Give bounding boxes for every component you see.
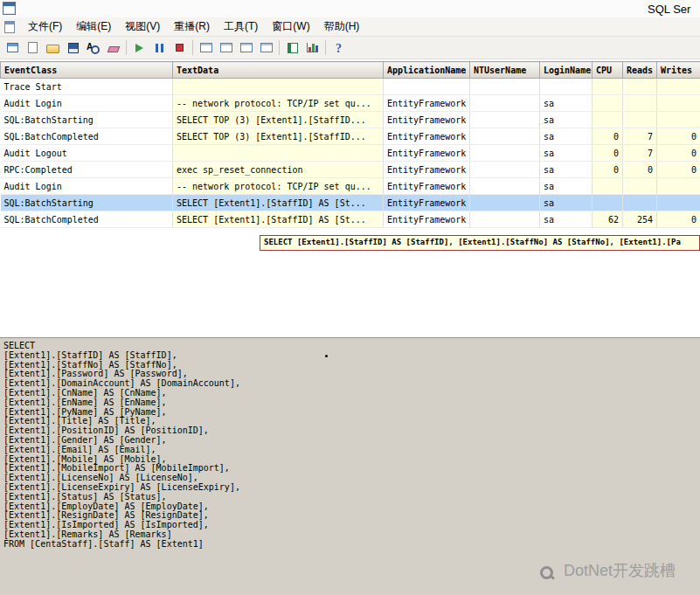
cell-loginname[interactable]: sa <box>540 95 593 112</box>
cell-writes[interactable] <box>657 95 700 112</box>
cell-writes[interactable] <box>657 195 700 211</box>
cell-cpu[interactable] <box>593 195 623 211</box>
cell-eventclass[interactable]: SQL:BatchCompleted <box>1 211 173 228</box>
cell-loginname[interactable]: sa <box>540 112 593 128</box>
cell-writes[interactable] <box>657 79 700 95</box>
cell-ntusername[interactable] <box>470 128 540 145</box>
cell-textdata[interactable]: SELECT [Extent1].[StaffID] AS [St... <box>173 211 384 228</box>
cell-eventclass[interactable]: RPC:Completed <box>1 162 173 178</box>
menu-file[interactable]: 文件(F) <box>21 17 69 37</box>
cell-ntusername[interactable] <box>470 195 540 211</box>
cell-eventclass[interactable]: SQL:BatchStarting <box>1 112 173 128</box>
cell-eventclass[interactable]: Trace Start <box>1 79 173 95</box>
clear-trace-window-button[interactable] <box>103 38 123 58</box>
cell-applicationname[interactable]: EntityFramework <box>384 95 470 112</box>
aggregated-event-view-button[interactable] <box>216 38 236 58</box>
cell-textdata[interactable] <box>173 79 384 95</box>
cell-eventclass[interactable]: Audit Login <box>1 178 173 195</box>
menu-edit[interactable]: 编辑(E) <box>69 17 118 37</box>
cell-textdata[interactable]: SELECT [Extent1].[StaffID] AS [St... <box>173 195 384 211</box>
cell-cpu[interactable] <box>593 112 623 128</box>
trace-row[interactable]: RPC:Completedexec sp_reset_connectionEnt… <box>1 162 700 178</box>
cell-cpu[interactable] <box>593 79 623 95</box>
cell-cpu[interactable] <box>593 178 623 195</box>
cell-writes[interactable]: 0 <box>657 128 700 145</box>
cell-loginname[interactable]: sa <box>540 178 593 195</box>
cell-reads[interactable] <box>623 195 657 211</box>
cell-applicationname[interactable]: EntityFramework <box>384 162 470 178</box>
menu-tools[interactable]: 工具(T) <box>217 17 265 37</box>
column-header-applicationname[interactable]: ApplicationName <box>384 62 470 79</box>
trace-row[interactable]: SQL:BatchCompletedSELECT [Extent1].[Staf… <box>1 211 700 228</box>
menu-window[interactable]: 窗口(W) <box>265 17 316 37</box>
cell-applicationname[interactable]: EntityFramework <box>384 112 470 128</box>
menu-view[interactable]: 视图(V) <box>118 17 167 37</box>
trace-row[interactable]: Trace Start <box>1 79 700 95</box>
cell-loginname[interactable]: sa <box>540 195 593 211</box>
cell-eventclass[interactable]: SQL:BatchCompleted <box>1 128 173 145</box>
trace-row[interactable]: SQL:BatchCompletedSELECT TOP (3) [Extent… <box>1 128 700 145</box>
cell-cpu[interactable]: 0 <box>593 145 623 162</box>
cell-ntusername[interactable] <box>470 145 540 162</box>
help-button[interactable] <box>329 38 349 58</box>
cell-textdata[interactable] <box>173 145 384 162</box>
cell-reads[interactable]: 7 <box>623 128 657 145</box>
cell-applicationname[interactable]: EntityFramework <box>384 145 470 162</box>
detail-pane[interactable]: SELECT[Extent1].[StaffID] AS [StaffID],[… <box>0 337 700 595</box>
cell-writes[interactable] <box>657 112 700 128</box>
cell-reads[interactable] <box>623 79 657 95</box>
cell-applicationname[interactable] <box>384 79 470 95</box>
cell-ntusername[interactable] <box>470 178 540 195</box>
cell-loginname[interactable] <box>540 79 593 95</box>
toggle-results-pane-button[interactable] <box>236 38 256 58</box>
cell-loginname[interactable]: sa <box>540 145 593 162</box>
column-header-loginname[interactable]: LoginName <box>540 62 593 79</box>
cell-ntusername[interactable] <box>470 162 540 178</box>
cell-textdata[interactable]: SELECT TOP (3) [Extent1].[StaffID... <box>173 112 384 128</box>
cell-reads[interactable] <box>623 178 657 195</box>
cell-loginname[interactable]: sa <box>540 162 593 178</box>
cell-ntusername[interactable] <box>470 95 540 112</box>
column-header-textdata[interactable]: TextData <box>173 62 384 79</box>
cell-applicationname[interactable]: EntityFramework <box>384 128 470 145</box>
trace-row-selected[interactable]: SQL:BatchStartingSELECT [Extent1].[Staff… <box>1 195 700 211</box>
save-trace-button[interactable] <box>63 38 83 58</box>
view-chart-button[interactable] <box>302 38 322 58</box>
cell-ntusername[interactable] <box>470 79 540 95</box>
pause-replay-button[interactable] <box>149 38 170 58</box>
cell-reads[interactable] <box>623 95 657 112</box>
cell-cpu[interactable]: 62 <box>593 211 623 228</box>
cell-writes[interactable]: 0 <box>657 162 700 178</box>
column-header-reads[interactable]: Reads <box>623 62 657 79</box>
cell-writes[interactable]: 0 <box>657 211 700 228</box>
cell-reads[interactable]: 7 <box>623 145 657 162</box>
column-header-writes[interactable]: Writes <box>657 62 700 79</box>
new-trace-button[interactable] <box>3 38 23 58</box>
cell-textdata[interactable]: exec sp_reset_connection <box>173 162 384 178</box>
new-document-button[interactable] <box>23 38 43 58</box>
cell-ntusername[interactable] <box>470 211 540 228</box>
cell-eventclass[interactable]: Audit Logout <box>1 145 173 162</box>
cell-applicationname[interactable]: EntityFramework <box>384 195 470 211</box>
cell-loginname[interactable]: sa <box>540 128 593 145</box>
trace-row[interactable]: Audit Login-- network protocol: TCP/IP s… <box>1 95 700 112</box>
cell-ntusername[interactable] <box>470 112 540 128</box>
cell-applicationname[interactable]: EntityFramework <box>384 211 470 228</box>
trace-row[interactable]: Audit LogoutEntityFrameworksa070 <box>1 145 700 162</box>
open-trace-file-button[interactable] <box>43 38 63 58</box>
find-button[interactable] <box>83 38 103 58</box>
column-header-cpu[interactable]: CPU <box>593 62 623 79</box>
cell-cpu[interactable]: 0 <box>593 128 623 145</box>
cell-loginname[interactable]: sa <box>540 211 593 228</box>
cell-cpu[interactable]: 0 <box>593 162 623 178</box>
title-bar[interactable]: SQL Ser <box>0 0 700 17</box>
cell-writes[interactable]: 0 <box>657 145 700 162</box>
cell-reads[interactable]: 0 <box>623 162 657 178</box>
menu-replay[interactable]: 重播(R) <box>167 17 217 37</box>
trace-row[interactable]: Audit Login-- network protocol: TCP/IP s… <box>1 178 700 195</box>
cell-writes[interactable] <box>657 178 700 195</box>
cell-textdata[interactable]: -- network protocol: TCP/IP set qu... <box>173 95 384 112</box>
cell-applicationname[interactable]: EntityFramework <box>384 178 470 195</box>
cell-eventclass[interactable]: Audit Login <box>1 95 173 112</box>
column-header-eventclass[interactable]: EventClass <box>1 62 173 79</box>
